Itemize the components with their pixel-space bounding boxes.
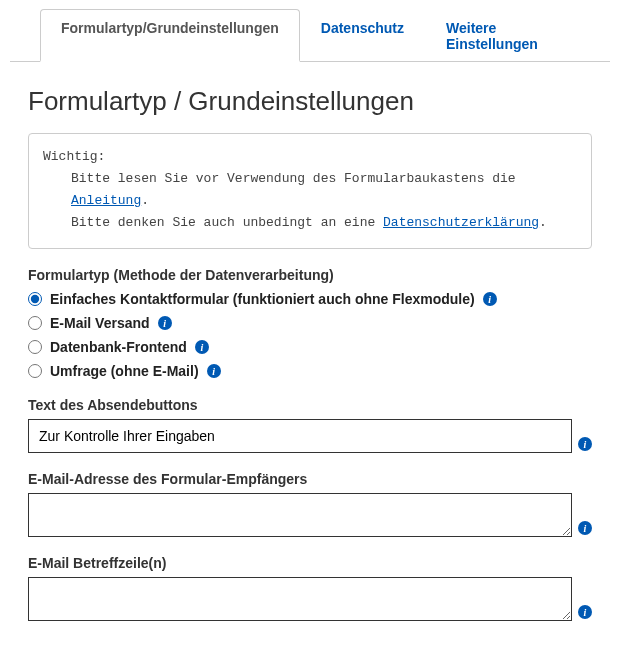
field-submit-text: Text des Absendebuttons bbox=[28, 397, 592, 453]
info-icon[interactable] bbox=[158, 316, 172, 330]
label-submit-text: Text des Absendebuttons bbox=[28, 397, 592, 413]
panel-formulartyp: Formulartyp / Grundeinstellungen Wichtig… bbox=[10, 62, 610, 641]
notice-link-datenschutz[interactable]: Datenschutzerklärung bbox=[383, 215, 539, 230]
label-recipient-email: E-Mail-Adresse des Formular-Empfängers bbox=[28, 471, 592, 487]
input-submit-text[interactable] bbox=[28, 419, 572, 453]
label-subject-lines: E-Mail Betreffzeile(n) bbox=[28, 555, 592, 571]
radio-label-kontaktformular[interactable]: Einfaches Kontaktformular (funktioniert … bbox=[50, 291, 475, 307]
info-icon[interactable] bbox=[578, 437, 592, 451]
tab-datenschutz[interactable]: Datenschutz bbox=[300, 9, 425, 62]
tab-weitere[interactable]: Weitere Einstellungen bbox=[425, 9, 610, 62]
radio-kontaktformular[interactable] bbox=[28, 292, 42, 306]
radio-umfrage[interactable] bbox=[28, 364, 42, 378]
tabs-bar: Formulartyp/Grundeinstellungen Datenschu… bbox=[10, 8, 610, 62]
radio-label-umfrage[interactable]: Umfrage (ohne E-Mail) bbox=[50, 363, 199, 379]
page-title: Formulartyp / Grundeinstellungen bbox=[28, 86, 592, 117]
field-recipient-email: E-Mail-Adresse des Formular-Empfängers bbox=[28, 471, 592, 537]
notice-line-2: Bitte denken Sie auch unbedingt an eine … bbox=[43, 212, 577, 234]
info-icon[interactable] bbox=[195, 340, 209, 354]
notice-line-1: Bitte lesen Sie vor Verwendung des Formu… bbox=[43, 168, 577, 212]
formtype-legend: Formulartyp (Methode der Datenverarbeitu… bbox=[28, 267, 592, 283]
notice-line2-text: Bitte denken Sie auch unbedingt an eine bbox=[71, 215, 383, 230]
radio-label-email[interactable]: E-Mail Versand bbox=[50, 315, 150, 331]
textarea-subject-lines[interactable] bbox=[28, 577, 572, 621]
radio-label-datenbank[interactable]: Datenbank-Frontend bbox=[50, 339, 187, 355]
info-icon[interactable] bbox=[207, 364, 221, 378]
tab-formulartyp[interactable]: Formulartyp/Grundeinstellungen bbox=[40, 9, 300, 62]
notice-line1-text: Bitte lesen Sie vor Verwendung des Formu… bbox=[71, 171, 516, 186]
field-subject-lines: E-Mail Betreffzeile(n) bbox=[28, 555, 592, 621]
info-icon[interactable] bbox=[578, 521, 592, 535]
radio-row-datenbank: Datenbank-Frontend bbox=[28, 339, 592, 355]
radio-row-kontaktformular: Einfaches Kontaktformular (funktioniert … bbox=[28, 291, 592, 307]
info-icon[interactable] bbox=[483, 292, 497, 306]
notice-link-anleitung[interactable]: Anleitung bbox=[71, 193, 141, 208]
notice-box: Wichtig: Bitte lesen Sie vor Verwendung … bbox=[28, 133, 592, 249]
notice-line2-post: . bbox=[539, 215, 547, 230]
info-icon[interactable] bbox=[578, 605, 592, 619]
radio-email[interactable] bbox=[28, 316, 42, 330]
radio-row-email: E-Mail Versand bbox=[28, 315, 592, 331]
notice-line1-post: . bbox=[141, 193, 149, 208]
notice-label: Wichtig: bbox=[43, 146, 577, 168]
radio-datenbank[interactable] bbox=[28, 340, 42, 354]
textarea-recipient-email[interactable] bbox=[28, 493, 572, 537]
radio-row-umfrage: Umfrage (ohne E-Mail) bbox=[28, 363, 592, 379]
